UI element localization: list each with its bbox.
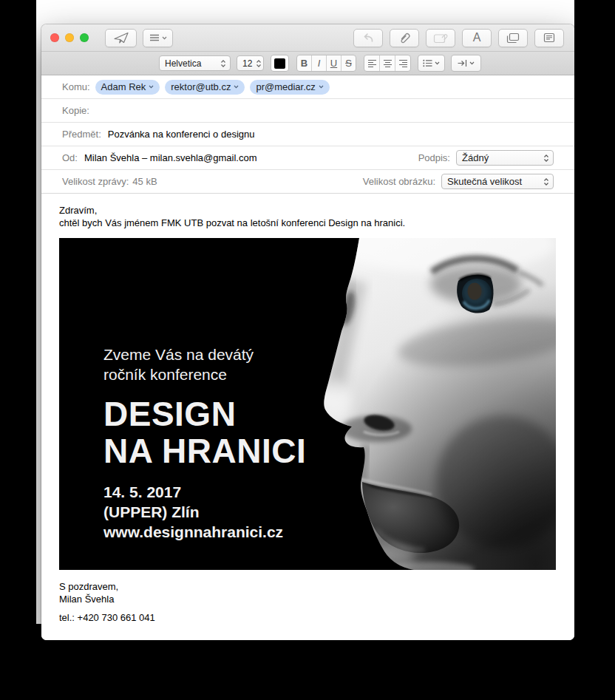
phone-line: tel.: +420 730 661 041 [59,611,557,624]
italic-button[interactable]: I [312,55,327,71]
recipient-name: Adam Rek [101,81,146,92]
to-row[interactable]: Komu: Adam Rek rektor@utb.cz pr@mediar.c… [41,75,574,99]
minimize-button[interactable] [65,33,74,42]
traffic-lights [50,33,89,42]
face-3d-render [305,238,556,570]
cc-label: Kopie: [62,105,89,116]
paper-plane-icon [113,32,129,44]
mail-compose-window: A [41,24,574,640]
intro-line: chtěl bych Vás jménem FMK UTB pozvat na … [59,217,557,229]
image-size-label: Velikost obrázku: [363,176,435,187]
poster-text-block: Zveme Vás na devátý ročník konference DE… [103,344,306,542]
from-row[interactable]: Od: Milan Švehla – milan.svehla@gmail.co… [41,146,574,170]
align-left-icon [367,59,377,68]
format-a-glyph: A [473,31,481,44]
closing-line2: Milan Švehla [59,593,557,605]
align-center-button[interactable] [380,55,395,71]
stepper-icon [220,59,226,68]
chevron-down-icon [469,61,475,65]
send-button[interactable] [105,29,137,47]
indent-dropdown[interactable] [451,55,481,72]
font-size-select[interactable]: 12 [237,55,264,71]
chevron-down-icon [234,85,239,89]
image-size-value: Skutečná velikost [447,176,522,187]
titlebar[interactable]: A [41,24,574,51]
format-bar: Helvetica 12 [41,52,574,75]
poster-intro-line1: Zveme Vás na devátý [103,344,306,364]
poster-intro-line2: ročník konference [103,364,306,384]
message-body[interactable]: Zdravím, chtěl bych Vás jménem FMK UTB p… [41,197,574,640]
format-button[interactable]: A [462,29,492,47]
poster-title-line1: DESIGN [103,395,306,432]
recipient-token[interactable]: Adam Rek [95,80,160,95]
chevron-down-icon [319,85,324,89]
recipient-token[interactable]: rektor@utb.cz [165,80,245,95]
poster-venue: (UPPER) Zlín [103,502,306,522]
attach-file-button[interactable] [390,29,419,47]
from-label: Od: [62,152,78,163]
strikethrough-button[interactable]: S [342,55,356,71]
signature-value: Žádný [462,152,489,163]
photo-browser-button[interactable] [498,29,528,47]
list-menu-icon [149,33,160,42]
to-label: Komu: [62,81,90,92]
align-center-icon [383,59,393,68]
undo-button[interactable] [353,29,383,47]
greeting-line: Zdravím, [59,204,557,217]
alignment-segment [364,55,411,72]
underline-button[interactable]: U [327,55,342,71]
recipient-name: pr@mediar.cz [256,81,315,92]
chevron-down-icon [149,85,154,89]
font-family-value: Helvetica [165,58,201,69]
stacked-windows-icon [506,33,520,44]
close-button[interactable] [50,33,59,42]
subject-row[interactable]: Předmět: Pozvánka na konferenci o design… [41,123,574,146]
subject-label: Předmět: [62,129,101,140]
stationery-pane-icon [543,33,555,43]
header-fields: Komu: Adam Rek rektor@utb.cz pr@mediar.c… [41,75,574,194]
poster-attachment-image[interactable]: Zveme Vás na devátý ročník konference DE… [59,238,556,570]
align-right-button[interactable] [395,55,410,71]
align-left-button[interactable] [364,55,380,71]
undo-arrow-icon [361,33,375,43]
text-style-segment: B I U S [296,55,356,72]
signature-block: S pozdravem, Milan Švehla tel.: +420 730… [41,570,574,624]
indent-icon [458,59,467,67]
header-fields-menu-button[interactable] [143,29,173,47]
cc-row[interactable]: Kopie: [41,99,574,123]
bold-button[interactable]: B [297,55,312,71]
align-right-icon [398,59,408,68]
poster-title-line2: NA HRANICI [103,432,306,469]
include-attachment-button[interactable] [426,29,455,47]
window-chrome: A [41,24,574,75]
screenshot-stage: A [0,0,615,700]
from-value: Milan Švehla – milan.svehla@gmail.com [84,152,257,163]
poster-url: www.designnahranici.cz [103,522,306,542]
stepper-icon [543,177,549,186]
color-swatch-black [274,58,285,69]
signature-select[interactable]: Žádný [456,150,554,166]
poster-date: 14. 5. 2017 [103,482,306,502]
message-size-value: 45 kB [132,176,157,187]
stepper-icon [543,154,549,163]
font-family-select[interactable]: Helvetica [159,55,231,71]
document-clip-icon [433,33,448,44]
toolbar-right-buttons: A [353,29,564,47]
closing-line1: S pozdravem, [59,580,557,593]
font-size-value: 12 [242,58,252,69]
subject-value[interactable]: Pozvánka na konferenci o designu [108,129,255,140]
show-stationery-button[interactable] [534,29,564,47]
text-color-well[interactable] [271,55,289,72]
paperclip-icon [398,32,411,44]
recipient-token[interactable]: pr@mediar.cz [250,80,329,95]
recipient-name: rektor@utb.cz [171,81,231,92]
message-text: Zdravím, chtěl bych Vás jménem FMK UTB p… [41,197,574,229]
message-size-row: Velikost zprávy: 45 kB Velikost obrázku:… [41,170,574,194]
stepper-icon [256,59,262,68]
image-size-select[interactable]: Skutečná velikost [441,174,554,189]
chevron-down-icon [435,61,440,65]
list-style-dropdown[interactable] [418,55,445,72]
message-size-label: Velikost zprávy: [62,176,129,187]
signature-label: Podpis: [418,152,450,163]
zoom-button[interactable] [80,33,89,42]
